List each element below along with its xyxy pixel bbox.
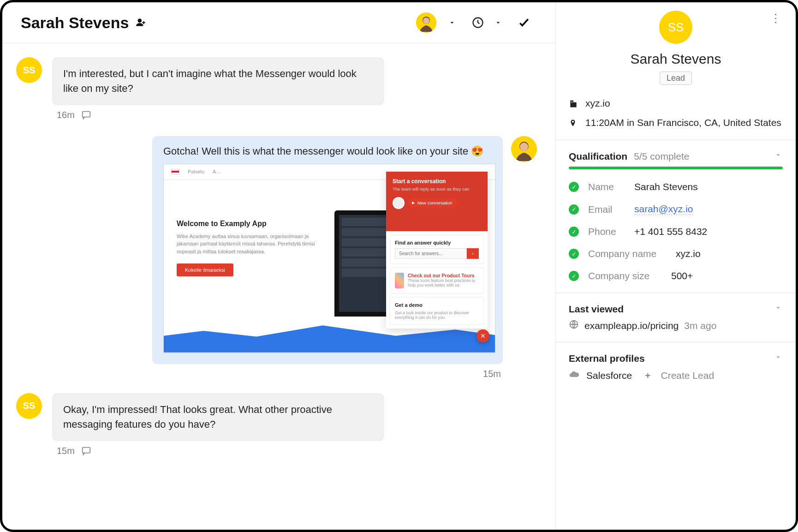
message-bubble: Okay, I'm impressed! That looks great. W… <box>52 393 384 441</box>
chevron-down-icon <box>774 150 783 162</box>
svg-rect-14 <box>572 102 573 103</box>
section-label: Qualification <box>569 151 627 162</box>
qualification-section-toggle[interactable]: Qualification 5/5 complete <box>569 150 783 162</box>
preview-panel-sub: The team will reply as soon as they can <box>393 186 481 191</box>
preview-card-sub: These tours feature best practices to he… <box>408 278 479 287</box>
snooze-button[interactable] <box>469 13 487 32</box>
app-frame: Sarah Stevens SS <box>0 0 798 532</box>
preview-card-title: Check out our Product Tours <box>408 273 479 278</box>
check-icon: ✓ <box>569 227 579 237</box>
svg-rect-9 <box>570 101 573 108</box>
add-person-icon[interactable] <box>134 16 147 29</box>
message-in: SS I'm interested, but I can't imagine w… <box>16 57 537 105</box>
check-icon: ✓ <box>569 204 579 215</box>
field-value[interactable]: +1 401 555 8432 <box>634 226 707 237</box>
field-label: Name <box>588 181 625 192</box>
svg-rect-13 <box>571 102 572 103</box>
last-viewed-section-toggle[interactable]: Last viewed <box>569 303 783 315</box>
preview-card-title: Get a demo <box>395 302 479 308</box>
conversation-header: Sarah Stevens <box>2 2 555 43</box>
field-value[interactable]: sarah@xyz.io <box>634 203 693 215</box>
building-icon <box>569 99 579 111</box>
field-value[interactable]: xyz.io <box>676 248 701 259</box>
globe-icon <box>569 319 579 332</box>
company-site[interactable]: xyz.io <box>585 98 610 109</box>
flag-icon <box>171 169 179 174</box>
message-timestamp: 15m <box>483 369 501 379</box>
create-lead-button[interactable]: Create Lead <box>661 370 714 381</box>
field-value[interactable]: 500+ <box>671 270 693 281</box>
note-icon[interactable] <box>81 110 91 120</box>
snooze-dropdown-icon[interactable] <box>489 13 507 32</box>
message-out: Gotcha! Well this is what the messenger … <box>16 136 537 364</box>
svg-rect-12 <box>572 101 573 102</box>
messenger-preview-image: Palvelu A… Welcome to Examply App Wibe A… <box>163 164 495 353</box>
preview-close-icon: ✕ <box>476 329 489 342</box>
section-label: Last viewed <box>569 304 624 315</box>
conversation-pane: Sarah Stevens SS <box>2 2 556 530</box>
message-meta: 15m <box>57 446 537 456</box>
preview-new-conversation: New conversation <box>408 198 458 208</box>
preview-search-input <box>395 248 467 259</box>
profile-sidebar: ⋯ SS Sarah Stevens Lead xyz.io 11:20AM i… <box>556 2 796 530</box>
message-thread: SS I'm interested, but I can't imagine w… <box>2 43 555 530</box>
assignee-dropdown-icon[interactable] <box>443 13 461 32</box>
external-profiles-section-toggle[interactable]: External profiles <box>569 353 783 364</box>
profile-name: Sarah Stevens <box>569 51 783 67</box>
close-conversation-button[interactable] <box>515 13 533 32</box>
message-bubble: I'm interested, but I can't imagine what… <box>52 57 384 105</box>
preview-nav-item: Palvelu <box>188 169 204 174</box>
conversation-title: Sarah Stevens <box>21 14 129 32</box>
message-text: Gotcha! Well this is what the messenger … <box>163 145 492 157</box>
svg-rect-4 <box>83 112 90 117</box>
check-icon: ✓ <box>569 249 579 259</box>
svg-rect-10 <box>573 102 577 108</box>
message-bubble: Gotcha! Well this is what the messenger … <box>152 136 503 364</box>
plus-icon[interactable]: + <box>645 370 650 381</box>
message-meta: 15m <box>16 369 501 379</box>
message-timestamp: 15m <box>57 446 75 456</box>
field-value[interactable]: Sarah Stevens <box>634 181 698 192</box>
company-row: xyz.io <box>569 98 783 111</box>
qualification-progress <box>569 167 783 169</box>
field-label: Company name <box>588 248 667 259</box>
qualification-field-name: ✓ Name Sarah Stevens <box>569 181 783 192</box>
qualification-field-email: ✓ Email sarah@xyz.io <box>569 203 783 215</box>
external-provider: Salesforce <box>586 370 632 381</box>
note-icon[interactable] <box>81 446 91 456</box>
check-icon: ✓ <box>569 271 579 281</box>
external-profile-row: Salesforce + Create Lead <box>569 369 783 382</box>
assignee-avatar[interactable] <box>416 12 436 33</box>
last-viewed-ago: 3m ago <box>684 320 716 331</box>
preview-messenger-panel: Start a conversation The team will reply… <box>386 172 488 329</box>
check-icon: ✓ <box>569 182 579 192</box>
section-label: External profiles <box>569 353 645 364</box>
preview-card-title: Find an answer quickly <box>395 240 479 245</box>
pin-icon <box>569 119 579 130</box>
agent-avatar <box>511 136 537 162</box>
chevron-down-icon <box>774 303 783 315</box>
customer-avatar: SS <box>16 393 42 419</box>
more-options-icon[interactable]: ⋯ <box>768 12 783 25</box>
location-text: 11:20AM in San Francisco, CA, United Sta… <box>585 117 781 128</box>
salesforce-icon <box>569 369 580 382</box>
svg-point-2 <box>423 18 429 24</box>
lead-badge: Lead <box>660 72 692 85</box>
location-row: 11:20AM in San Francisco, CA, United Sta… <box>569 117 783 130</box>
field-label: Email <box>588 204 625 215</box>
qualification-field-company-name: ✓ Company name xyz.io <box>569 248 783 259</box>
chevron-down-icon <box>774 353 783 364</box>
svg-point-7 <box>520 143 528 151</box>
qualification-status: 5/5 complete <box>634 151 689 162</box>
customer-avatar: SS <box>16 57 42 83</box>
preview-hero-body: Wibe Academy auttaa sinua kuvaamaan, org… <box>177 233 320 256</box>
qualification-field-company-size: ✓ Company size 500+ <box>569 270 783 281</box>
last-viewed-row[interactable]: exampleapp.io/pricing 3m ago <box>569 319 783 332</box>
field-label: Phone <box>588 226 625 237</box>
message-timestamp: 16m <box>57 110 75 120</box>
svg-rect-11 <box>571 101 572 102</box>
preview-search-go-icon: › <box>467 248 479 259</box>
preview-card-sub: Get a look inside our product to discove… <box>395 311 479 320</box>
preview-panel-title: Start a conversation <box>393 178 481 185</box>
last-viewed-url: exampleapp.io/pricing <box>584 320 679 331</box>
